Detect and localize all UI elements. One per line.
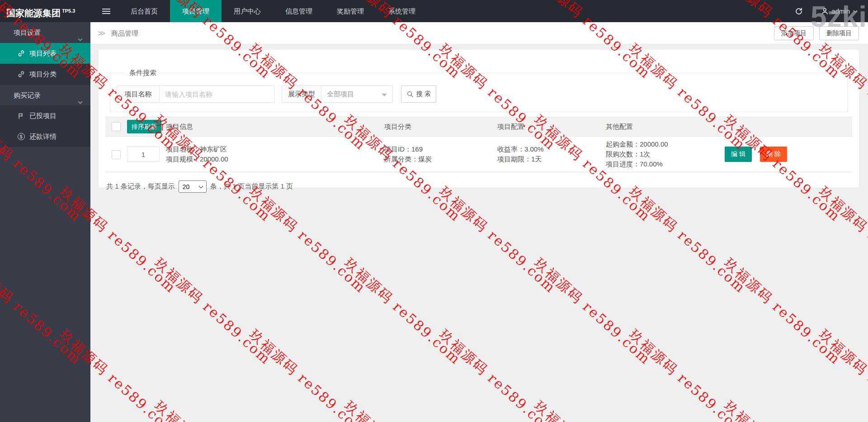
display-type-label: 展示类型 bbox=[282, 85, 321, 103]
project-id: 项目ID：169 bbox=[384, 144, 497, 154]
col-header-category: 项目分类 bbox=[384, 117, 497, 137]
cell-project-category: 项目ID：169 所属分类：煤炭 bbox=[384, 137, 497, 172]
app-version: TP5.3 bbox=[62, 8, 75, 14]
sidebar-item-label: 项目列表 bbox=[29, 43, 57, 64]
pagination: 共 1 条记录，每页显示 20 条，共 1 页当前显示第 1 页 bbox=[106, 180, 852, 193]
search-button[interactable]: 搜 索 bbox=[401, 85, 436, 103]
link-icon bbox=[17, 71, 25, 78]
select-caret-icon bbox=[198, 184, 203, 189]
breadcrumb-bar: ≫ 商品管理 添加项目 删除项目 bbox=[90, 22, 868, 44]
purchase-limit: 限购次数：1次 bbox=[606, 149, 717, 159]
col-header-other: 其他配置 bbox=[606, 117, 717, 137]
breadcrumb-separator-icon: ≫ bbox=[98, 29, 106, 38]
project-name-input[interactable] bbox=[160, 85, 275, 103]
delete-project-button[interactable]: 删除项目 bbox=[819, 26, 859, 40]
sort-order-input[interactable] bbox=[127, 147, 160, 162]
sidebar-item-label: 已投项目 bbox=[29, 105, 57, 126]
project-name: 项目名称：神东矿区 bbox=[166, 144, 384, 154]
project-name-label: 项目名称 bbox=[117, 85, 160, 103]
refresh-icon[interactable] bbox=[795, 7, 803, 15]
nav-item-rewards[interactable]: 奖励管理 bbox=[325, 0, 376, 22]
nav-item-system[interactable]: 系统管理 bbox=[376, 0, 428, 22]
display-type-select[interactable]: 全部项目 bbox=[321, 85, 393, 103]
flag-icon bbox=[17, 113, 25, 119]
topbar: 国家能源集团TP5.3 后台首页 项目管理 用户中心 信息管理 奖励管理 系统管… bbox=[0, 0, 868, 22]
link-icon bbox=[17, 50, 25, 57]
page-size-value: 20 bbox=[183, 183, 190, 190]
sidebar-item-invested-projects[interactable]: 已投项目 bbox=[0, 105, 90, 126]
project-yield: 收益率：3.00% bbox=[497, 144, 606, 154]
col-header-config: 项目配置 bbox=[497, 117, 606, 137]
sidebar-group-label: 项目设置 bbox=[14, 28, 41, 36]
sidebar-item-label: 还款详情 bbox=[29, 126, 57, 147]
project-table: 排序刷新 项目信息 项目分类 项目配置 其他配置 项目名称：神东矿区 项目规模：… bbox=[105, 117, 852, 172]
username: admin bbox=[831, 7, 850, 15]
table-row: 项目名称：神东矿区 项目规模：20000.00 项目ID：169 所属分类：煤炭… bbox=[105, 137, 852, 172]
sidebar-item-label: 项目分类 bbox=[29, 64, 57, 85]
cell-other-config: 起购金额：20000.00 限购次数：1次 项目进度：70.00% bbox=[606, 137, 717, 172]
edit-button[interactable]: 编 辑 bbox=[725, 147, 752, 162]
money-icon bbox=[17, 133, 25, 140]
cell-project-config: 收益率：3.00% 项目期限：1天 bbox=[497, 137, 606, 172]
user-icon bbox=[821, 7, 829, 15]
col-header-actions bbox=[717, 117, 852, 137]
project-scale: 项目规模：20000.00 bbox=[166, 154, 384, 164]
app-logo-text: 国家能源集团 bbox=[6, 8, 61, 18]
app-logo: 国家能源集团TP5.3 bbox=[0, 0, 90, 22]
nav-item-info[interactable]: 信息管理 bbox=[273, 0, 325, 22]
sort-refresh-button[interactable]: 排序刷新 bbox=[127, 120, 161, 133]
search-icon bbox=[406, 90, 414, 98]
breadcrumb: ≫ 商品管理 bbox=[98, 22, 138, 44]
main-content: ≫ 商品管理 添加项目 删除项目 条件搜索 项目名称 展示类型 全部项目 bbox=[90, 22, 868, 422]
sidebar-item-project-list[interactable]: 项目列表 bbox=[0, 43, 90, 64]
sidebar-item-repayment-details[interactable]: 还款详情 bbox=[0, 126, 90, 147]
select-caret-icon bbox=[382, 94, 387, 96]
sidebar-group-purchase-records[interactable]: 购买记录 bbox=[0, 85, 90, 105]
min-purchase: 起购金额：20000.00 bbox=[606, 139, 717, 149]
user-menu[interactable]: admin bbox=[821, 7, 858, 15]
project-term: 项目期限：1天 bbox=[497, 154, 606, 164]
nav-item-users[interactable]: 用户中心 bbox=[222, 0, 273, 22]
add-project-button[interactable]: 添加项目 bbox=[774, 26, 814, 40]
breadcrumb-current: 商品管理 bbox=[111, 29, 138, 37]
pagination-suffix: 条，共 1 页当前显示第 1 页 bbox=[210, 182, 293, 191]
top-nav: 后台首页 项目管理 用户中心 信息管理 奖励管理 系统管理 bbox=[118, 0, 428, 22]
menu-toggle-icon[interactable] bbox=[96, 0, 117, 22]
search-legend: 条件搜索 bbox=[125, 69, 161, 77]
sidebar-item-project-category[interactable]: 项目分类 bbox=[0, 64, 90, 85]
nav-item-home[interactable]: 后台首页 bbox=[118, 0, 170, 22]
display-type-value: 全部项目 bbox=[327, 90, 354, 98]
sidebar-group-label: 购买记录 bbox=[14, 91, 41, 99]
sidebar: 项目设置 项目列表 项目分类 购买记录 已投项目 bbox=[0, 22, 90, 422]
page-size-select[interactable]: 20 bbox=[179, 180, 207, 193]
project-category: 所属分类：煤炭 bbox=[384, 154, 497, 164]
chevron-down-icon bbox=[853, 9, 858, 14]
cell-actions: 编 辑 删 除 bbox=[717, 137, 852, 172]
row-checkbox[interactable] bbox=[112, 150, 121, 159]
table-header-row: 排序刷新 项目信息 项目分类 项目配置 其他配置 bbox=[105, 117, 852, 137]
project-list-card: 条件搜索 项目名称 展示类型 全部项目 搜 索 bbox=[99, 50, 859, 188]
sidebar-group-project-settings[interactable]: 项目设置 bbox=[0, 22, 90, 43]
select-all-checkbox[interactable] bbox=[112, 122, 121, 131]
pagination-prefix: 共 1 条记录，每页显示 bbox=[106, 182, 175, 191]
delete-button[interactable]: 删 除 bbox=[760, 147, 787, 162]
cell-project-info: 项目名称：神东矿区 项目规模：20000.00 bbox=[166, 137, 384, 172]
nav-item-projects[interactable]: 项目管理 bbox=[170, 0, 222, 22]
search-fieldset: 条件搜索 项目名称 展示类型 全部项目 搜 索 bbox=[110, 69, 848, 112]
col-header-info: 项目信息 bbox=[166, 117, 384, 137]
project-progress: 项目进度：70.00% bbox=[606, 159, 717, 169]
